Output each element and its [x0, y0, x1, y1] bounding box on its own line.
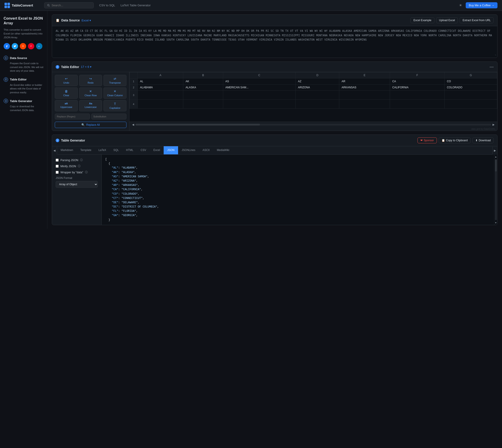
step-3: 3 Table Generator Copy or download the c… [4, 99, 44, 112]
data-source-excel-label[interactable]: Excel ▾ [81, 19, 91, 22]
json-scroll-up[interactable]: ▲ [494, 155, 498, 159]
table-row: 2 ALABAMA ALASKA AMERICAN SAM... ARIZONA… [130, 84, 497, 91]
cell-1-f[interactable]: CA [390, 79, 445, 84]
clean-row-button[interactable]: ✕ Clean Row [79, 87, 102, 99]
transpose-icon: ⇄ [113, 77, 116, 80]
tab-html[interactable]: HTML [122, 146, 137, 154]
search-input[interactable] [52, 4, 91, 7]
coffee-button[interactable]: Buy Me a Coffee → [466, 2, 498, 8]
svg-line-1 [49, 6, 49, 7]
cell-1-c[interactable]: AS [223, 79, 295, 84]
spreadsheet-scrollbar[interactable]: ◀ ▶ [130, 122, 497, 127]
minify-json-row: Minify JSON ⓘ [56, 164, 98, 168]
json-format-select[interactable]: Array of Object Array of Array Column Ar… [56, 181, 98, 188]
extract-excel-url-button[interactable]: Extract Excel from URL [460, 17, 494, 23]
excel-example-button[interactable]: Excel Example [410, 17, 434, 23]
search-bar[interactable] [44, 2, 94, 8]
download-button[interactable]: ⬇ Download [472, 137, 494, 143]
cell-2-a[interactable]: ALABAMA [138, 84, 183, 91]
scroll-left-arrow[interactable]: ◀ [131, 123, 135, 127]
json-output[interactable]: [ { "AL": "ALABAMA", "AK": "ALASKA", "AS… [102, 155, 494, 225]
json-scroll-down[interactable]: ▼ [494, 221, 498, 225]
cell-1-e[interactable]: AR [339, 79, 390, 84]
tab-markdown[interactable]: Markdown [57, 146, 77, 154]
clear-button[interactable]: 🗑 Clear [55, 87, 78, 99]
scroll-track[interactable] [135, 124, 491, 126]
parsing-json-checkbox[interactable] [56, 159, 59, 161]
sponsor-button[interactable]: ❤ Sponsor [418, 137, 437, 143]
cell-2-d[interactable]: ARIZONA [295, 84, 339, 91]
social-linkedin[interactable]: in [36, 43, 42, 49]
social-twitter[interactable] [12, 43, 18, 49]
generator-actions: ❤ Sponsor 📋 Copy to Clipboard ⬇ Download [418, 137, 494, 143]
replace-all-button[interactable]: 🔍 Replace All [55, 122, 127, 128]
social-pinterest[interactable]: P [28, 43, 34, 49]
cell-2-g[interactable]: COLORADO [445, 84, 497, 91]
wrapper-data-checkbox[interactable] [56, 171, 59, 174]
tabs-row-wrapper: ◀ Markdown Template LaTeX SQL HTML CSV E… [52, 146, 497, 155]
table-generator-header: i Table Generator ❤ Sponsor 📋 Copy to Cl… [52, 135, 497, 146]
table-tools: ↩ Undo ↪ Redo ⇄ Transpose [52, 72, 130, 131]
datasource-icon: 📋 [56, 18, 60, 22]
nav-links: CSV to SQL LaTeX Table Generator [99, 4, 151, 7]
spreadsheet-area[interactable]: A B C D E F G [130, 72, 497, 122]
tab-latex[interactable]: LaTeX [95, 146, 110, 154]
col-header-d: D [295, 72, 339, 79]
transpose-button[interactable]: ⇄ Transpose [103, 75, 127, 86]
capitalize-button[interactable]: T Capitalize [103, 100, 127, 111]
tabs-scroll-right[interactable]: ▶ [492, 147, 497, 154]
cell-1-d[interactable]: AZ [295, 79, 339, 84]
tab-sql[interactable]: SQL [110, 146, 122, 154]
tab-json[interactable]: JSON [164, 146, 178, 154]
table-row-empty: 3 [130, 91, 497, 100]
minify-json-checkbox[interactable] [56, 165, 59, 168]
redo-button[interactable]: ↪ Redo [79, 75, 102, 86]
datasource-content[interactable]: AL AK AS AZ AR CA CO CT DE DC FL GA GU H… [52, 26, 497, 58]
tool-row-2: 🗑 Clear ✕ Clean Row ✕ Clean Column [55, 87, 127, 99]
uppercase-button[interactable]: aA Uppercase [55, 100, 78, 111]
replace-regex-input[interactable] [55, 113, 90, 119]
cell-2-e[interactable]: ARKANSAS [339, 84, 390, 91]
upload-excel-button[interactable]: Upload Excel [436, 17, 458, 23]
social-reddit[interactable]: R [20, 43, 26, 49]
nav-csv-sql[interactable]: CSV to SQL [99, 4, 115, 7]
tabs-scroll-left[interactable]: ◀ [52, 147, 57, 154]
lowercase-button[interactable]: Aa Lowercase [79, 100, 102, 111]
social-facebook[interactable] [4, 43, 10, 49]
cell-1-g[interactable]: CO [445, 79, 497, 84]
cell-2-b[interactable]: ALASKA [183, 84, 223, 91]
tab-jsonlines[interactable]: JSONLines [178, 146, 199, 154]
resize-handle[interactable]: ↘ [495, 52, 496, 57]
tool-row-1: ↩ Undo ↪ Redo ⇄ Transpose [55, 75, 127, 86]
clean-column-button[interactable]: ✕ Clean Column [103, 87, 127, 99]
tab-csv[interactable]: CSV [137, 146, 150, 154]
theme-toggle-button[interactable]: ☀ [458, 2, 463, 8]
table-dimensions[interactable]: 17 × 6 ▾ [81, 65, 92, 68]
generator-body: Parsing JSON ⓘ Minify JSON ⓘ Wrapper by … [52, 155, 497, 225]
data-source-panel: 📋 Data Source Excel ▾ Excel Example Uplo… [52, 15, 498, 58]
cell-2-c[interactable]: AMERICAN SAM... [223, 84, 295, 91]
json-scrollbar[interactable]: ▲ ▼ [494, 155, 497, 225]
json-scroll-track[interactable] [495, 159, 497, 220]
tab-template[interactable]: Template [77, 146, 95, 154]
tab-mediawiki[interactable]: MediaWiki [213, 146, 233, 154]
wrapper-data-row: Wrapper by "data" ⓘ [56, 170, 98, 174]
cell-1-b[interactable]: AK [183, 79, 223, 84]
social-icons: R P in [4, 43, 44, 49]
cell-1-a[interactable]: AL [138, 79, 183, 84]
scroll-right-arrow[interactable]: ▶ [491, 123, 496, 127]
scroll-thumb[interactable] [135, 124, 260, 126]
redo-icon: ↪ [89, 77, 92, 80]
tab-ascii[interactable]: ASCII [199, 146, 213, 154]
copy-clipboard-button[interactable]: 📋 Copy to Clipboard [439, 137, 471, 143]
step-1-circle: 1 [4, 56, 8, 60]
table-editor-collapse-button[interactable]: — [490, 64, 494, 69]
cell-2-f[interactable]: CALIFORNIA [390, 84, 445, 91]
substitution-input[interactable] [91, 113, 127, 119]
undo-button[interactable]: ↩ Undo [55, 75, 78, 86]
page-layout: Convert Excel to JSON Array This convert… [0, 11, 502, 229]
json-scroll-thumb[interactable] [495, 159, 497, 172]
nav-latex[interactable]: LaTeX Table Generator [121, 4, 151, 7]
sheet-credit: data grid by DataGridXL [130, 127, 497, 131]
tab-excel[interactable]: Excel [150, 146, 163, 154]
